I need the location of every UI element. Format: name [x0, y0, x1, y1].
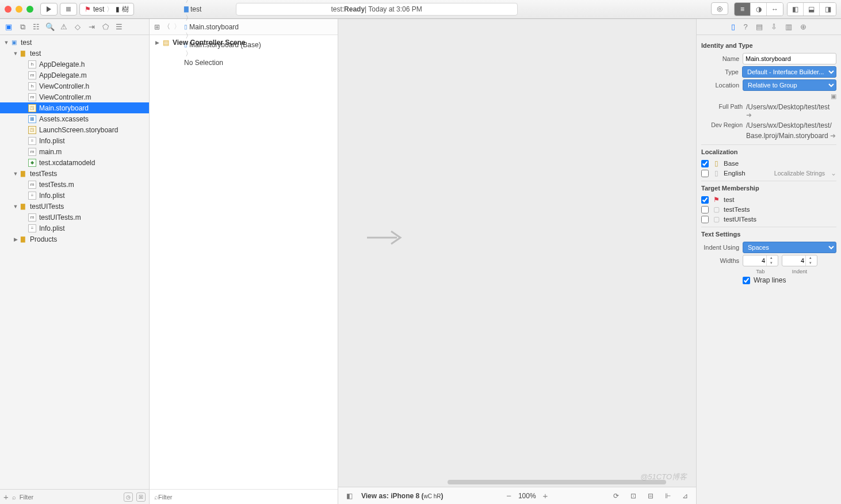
- toggle-outline-icon[interactable]: ◧: [344, 491, 354, 501]
- tree-row[interactable]: mtestUITests.m: [0, 212, 149, 223]
- scheme-app-label: test: [93, 5, 104, 13]
- editor-mode-segmented[interactable]: ≡ ◑ ↔: [734, 2, 783, 16]
- related-items-icon[interactable]: ⊞: [154, 23, 160, 31]
- version-editor-icon[interactable]: ↔: [767, 3, 783, 16]
- zoom-level[interactable]: 100%: [518, 492, 536, 500]
- update-frames-icon[interactable]: ⟳: [611, 491, 621, 501]
- tree-row[interactable]: hViewController.h: [0, 81, 149, 91]
- toggle-debug-icon[interactable]: ⬓: [804, 3, 820, 16]
- tree-row[interactable]: mAppDelegate.m: [0, 70, 149, 81]
- add-button[interactable]: +: [3, 492, 9, 502]
- scheme-selector[interactable]: ⚑ test 〉 ▮ 樹: [79, 3, 134, 16]
- watermark-text: @51CTO博客: [640, 472, 687, 482]
- tree-row[interactable]: ▼▇test: [0, 48, 149, 59]
- pin-icon[interactable]: ⊩: [663, 491, 673, 501]
- view-as-control[interactable]: View as: iPhone 8 (wC hR): [361, 492, 444, 500]
- breadcrumb-item[interactable]: ▯Main.storyboard: [184, 23, 261, 31]
- file-inspector-icon[interactable]: ▯: [731, 22, 735, 31]
- target-row[interactable]: ▢testUITests: [701, 215, 836, 223]
- tree-row[interactable]: hAppDelegate.h: [0, 59, 149, 70]
- tree-row[interactable]: ◳Main.storyboard: [0, 102, 149, 113]
- library-button[interactable]: ◎: [711, 2, 728, 15]
- location-select[interactable]: Relative to Group: [743, 79, 836, 91]
- breadcrumb-item[interactable]: ▇test: [184, 5, 261, 13]
- wrap-lines-checkbox[interactable]: [743, 277, 750, 284]
- outline-scene-row[interactable]: ▶ ▤ View Controller Scene: [155, 39, 332, 47]
- scheme-device-label: 樹: [122, 5, 129, 14]
- reveal-icon[interactable]: ➜: [746, 111, 752, 119]
- find-navigator-icon[interactable]: 🔍: [45, 22, 55, 32]
- panel-toggle-segmented[interactable]: ◧ ⬓ ◨: [787, 2, 836, 16]
- navigator-panel: ▣ ⧉ ☷ 🔍 ⚠ ◇ ⇥ ⬠ ☰ ▼▣test▼▇testhAppDelega…: [0, 19, 150, 504]
- recent-filter-icon[interactable]: ◷: [124, 492, 133, 502]
- tree-row[interactable]: ≡Info.plist: [0, 190, 149, 201]
- base-locale-checkbox[interactable]: [701, 160, 709, 167]
- report-navigator-icon[interactable]: ☰: [114, 22, 124, 32]
- file-name-input[interactable]: [743, 53, 836, 64]
- tree-row[interactable]: ≡Info.plist: [0, 223, 149, 234]
- tree-row[interactable]: mmain.m: [0, 146, 149, 157]
- close-window-button[interactable]: [5, 6, 12, 13]
- tree-row[interactable]: ▼▇testUITests: [0, 201, 149, 212]
- navigator-tabs: ▣ ⧉ ☷ 🔍 ⚠ ◇ ⇥ ⬠ ☰: [0, 19, 149, 35]
- scm-filter-icon[interactable]: ☒: [136, 492, 146, 502]
- quick-help-inspector-icon[interactable]: ?: [743, 22, 747, 31]
- zoom-window-button[interactable]: [26, 6, 33, 13]
- identity-inspector-icon[interactable]: ▤: [756, 22, 763, 31]
- zoom-in-button[interactable]: +: [543, 491, 548, 501]
- run-button[interactable]: [40, 3, 58, 16]
- horizontal-scrollbar[interactable]: [448, 480, 666, 484]
- tree-row[interactable]: ▦Assets.xcassets: [0, 113, 149, 124]
- standard-editor-icon[interactable]: ≡: [735, 3, 751, 16]
- forward-icon[interactable]: 〉: [174, 22, 181, 32]
- text-settings-section-header: Text Settings: [701, 227, 836, 240]
- tree-row[interactable]: ≡Info.plist: [0, 135, 149, 146]
- debug-navigator-icon[interactable]: ⇥: [86, 22, 97, 32]
- size-inspector-icon[interactable]: ▥: [785, 22, 792, 31]
- tree-row[interactable]: ▼▇testTests: [0, 168, 149, 179]
- minimize-window-button[interactable]: [16, 6, 22, 13]
- embed-in-icon[interactable]: ⊡: [628, 491, 639, 501]
- back-icon[interactable]: 〈: [163, 22, 170, 32]
- symbol-navigator-icon[interactable]: ☷: [31, 22, 41, 32]
- zoom-out-button[interactable]: −: [506, 491, 511, 501]
- initial-vc-arrow-icon[interactable]: [366, 229, 403, 246]
- jump-bar[interactable]: ⊞ 〈 〉 ▣test〉▇test〉▯Main.storyboard〉▯Main…: [150, 19, 338, 35]
- tree-row[interactable]: mtestTests.m: [0, 179, 149, 190]
- resolve-issues-icon[interactable]: ⊿: [680, 491, 690, 501]
- test-navigator-icon[interactable]: ◇: [72, 22, 83, 32]
- assistant-editor-icon[interactable]: ◑: [751, 3, 767, 16]
- align-icon[interactable]: ⊟: [645, 491, 656, 501]
- tree-row[interactable]: ◳LaunchScreen.storyboard: [0, 124, 149, 135]
- navigator-filter-input[interactable]: [20, 494, 120, 501]
- tree-row[interactable]: ▶▇Products: [0, 234, 149, 245]
- tree-row[interactable]: ▼▣test: [0, 37, 149, 48]
- indent-using-select[interactable]: Spaces: [743, 242, 836, 253]
- outline-filter-bar: ⌕: [150, 489, 338, 504]
- tab-width-stepper[interactable]: ▴▾: [743, 255, 778, 266]
- toggle-navigator-icon[interactable]: ◧: [788, 3, 804, 16]
- canvas-body[interactable]: View Controller 9:41 AM @51CTO博客: [338, 19, 696, 487]
- connections-inspector-icon[interactable]: ⊕: [800, 22, 806, 31]
- issue-navigator-icon[interactable]: ⚠: [59, 22, 69, 32]
- outline-filter-input[interactable]: [158, 494, 333, 501]
- project-navigator-icon[interactable]: ▣: [3, 22, 14, 32]
- english-locale-checkbox[interactable]: [701, 170, 709, 177]
- target-row[interactable]: ⚑test: [701, 196, 836, 204]
- filter-icon: ⌕: [12, 494, 16, 501]
- breakpoint-navigator-icon[interactable]: ⬠: [100, 22, 110, 32]
- tree-row[interactable]: ◆test.xcdatamodeld: [0, 157, 149, 168]
- attributes-inspector-icon[interactable]: ⇩: [771, 22, 777, 31]
- target-row[interactable]: ▢testTests: [701, 205, 836, 213]
- stop-button[interactable]: [60, 3, 77, 16]
- file-type-select[interactable]: Default - Interface Builder...: [742, 66, 836, 78]
- file-icon: ▯: [712, 169, 720, 177]
- full-path-value: /Users/wx/Desktop/test/test: [746, 103, 829, 111]
- reveal-icon[interactable]: ➜: [830, 132, 836, 140]
- toggle-inspector-icon[interactable]: ◨: [820, 3, 836, 16]
- source-control-navigator-icon[interactable]: ⧉: [17, 22, 28, 32]
- folder-picker-icon[interactable]: ▣: [831, 93, 836, 100]
- tree-row[interactable]: mViewController.m: [0, 91, 149, 102]
- project-tree[interactable]: ▼▣test▼▇testhAppDelegate.hmAppDelegate.m…: [0, 35, 149, 489]
- indent-width-stepper[interactable]: ▴▾: [782, 255, 817, 266]
